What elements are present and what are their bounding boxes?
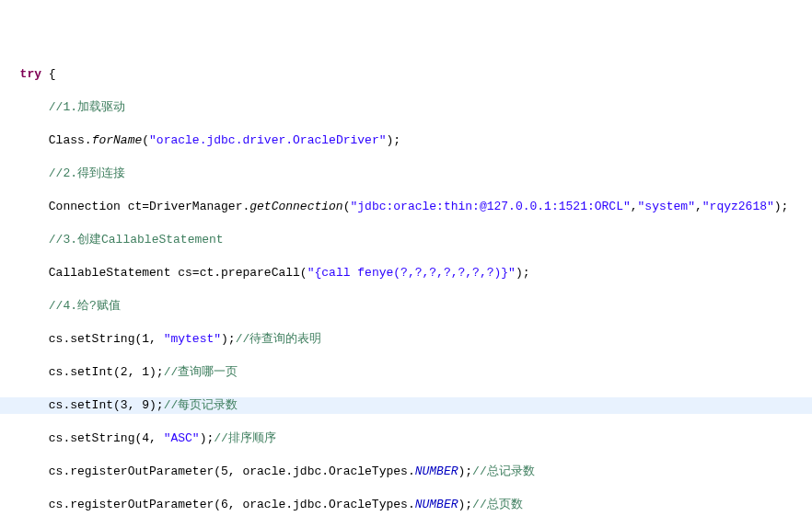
code-line[interactable]: try {: [0, 66, 812, 83]
text: ,: [695, 200, 702, 213]
string: "ASC": [164, 431, 200, 445]
method: forName: [92, 133, 143, 147]
text: );: [387, 133, 401, 147]
code-line[interactable]: cs.registerOutParameter(5, oracle.jdbc.O…: [0, 464, 812, 480]
text: Connection ct=DriverManager.: [49, 200, 249, 213]
string: "jdbc:oracle:thin:@127.0.0.1:1521:ORCL": [350, 200, 630, 213]
comment: //每页记录数: [164, 398, 238, 412]
text: );: [221, 332, 236, 346]
static-field: NUMBER: [415, 498, 458, 511]
code-line[interactable]: cs.setInt(2, 1);//查询哪一页: [0, 364, 812, 381]
keyword-try: try: [20, 67, 41, 81]
code-line[interactable]: //1.加载驱动: [0, 99, 812, 116]
text: ,: [631, 200, 638, 213]
code-line-highlighted[interactable]: cs.setInt(3, 9);//每页记录数: [0, 397, 812, 414]
code-line[interactable]: CallableStatement cs=ct.prepareCall("{ca…: [0, 265, 812, 281]
string: "rqyz2618": [702, 200, 774, 213]
string: "system": [638, 200, 695, 213]
text: {: [41, 67, 56, 81]
code-line[interactable]: Class.forName("oracle.jdbc.driver.Oracle…: [0, 132, 812, 149]
text: Class.: [49, 133, 92, 147]
text: );: [774, 200, 789, 213]
text: );: [458, 464, 473, 478]
text: cs.setString(4,: [49, 431, 164, 445]
method: getConnection: [249, 200, 342, 213]
comment: //总记录数: [472, 464, 535, 478]
comment: //排序顺序: [214, 431, 276, 445]
code-line[interactable]: cs.registerOutParameter(6, oracle.jdbc.O…: [0, 497, 812, 513]
text: );: [516, 266, 530, 280]
comment: //待查询的表明: [236, 332, 322, 346]
comment: //3.创建CallableStatement: [49, 233, 224, 247]
code-line[interactable]: //2.得到连接: [0, 166, 812, 182]
string: "mytest": [164, 332, 221, 346]
code-line[interactable]: //3.创建CallableStatement: [0, 232, 812, 248]
comment: //1.加载驱动: [49, 100, 125, 114]
text: cs.registerOutParameter(6, oracle.jdbc.O…: [49, 498, 415, 511]
code-line[interactable]: //4.给?赋值: [0, 298, 812, 315]
text: );: [458, 498, 473, 511]
code-line[interactable]: cs.setString(1, "mytest");//待查询的表明: [0, 331, 812, 348]
string: "oracle.jdbc.driver.OracleDriver": [149, 133, 386, 147]
text: );: [200, 431, 215, 445]
text: CallableStatement cs=ct.prepareCall(: [49, 266, 307, 280]
code-line[interactable]: Connection ct=DriverManager.getConnectio…: [0, 199, 812, 215]
comment: //查询哪一页: [164, 365, 238, 379]
text: (: [142, 133, 149, 147]
comment: //总页数: [472, 498, 523, 511]
comment: //4.给?赋值: [49, 299, 121, 313]
comment: //2.得到连接: [49, 166, 125, 180]
text: cs.setInt(3, 9);: [49, 398, 164, 412]
static-field: NUMBER: [415, 464, 458, 478]
string: "{call fenye(?,?,?,?,?,?,?)}": [307, 266, 516, 280]
text: cs.setString(1,: [49, 332, 164, 346]
text: cs.registerOutParameter(5, oracle.jdbc.O…: [49, 464, 415, 478]
code-line[interactable]: cs.setString(4, "ASC");//排序顺序: [0, 430, 812, 447]
text: cs.setInt(2, 1);: [49, 365, 164, 379]
